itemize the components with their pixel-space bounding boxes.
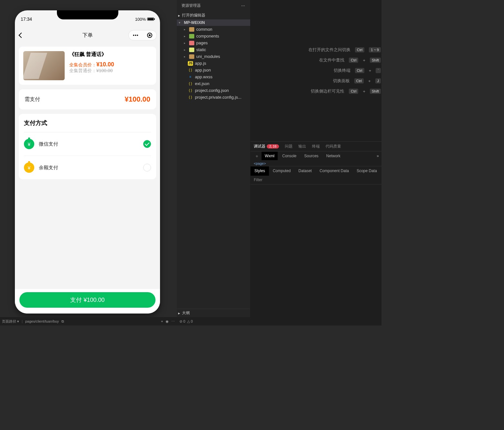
devtab-more-icon[interactable]: » (377, 154, 379, 158)
simulator-pane: 17:34 100% 下单 《狂飙 普通话》 全集会员价：¥10.00 (0, 0, 177, 325)
back-icon[interactable] (19, 33, 24, 38)
battery-icon (147, 17, 154, 21)
amount-due-value: ¥100.00 (124, 95, 150, 104)
payment-method-name: 余额支付 (39, 165, 139, 171)
bug-icon[interactable]: ⌖ (161, 319, 163, 324)
file-app-json[interactable]: { }app.json (177, 67, 250, 73)
debugger-badge: 2, 16 (267, 144, 279, 149)
explorer-panel: 资源管理器 ⋯ ▸打开的编辑器 ▾MP-WEIXIN ▸common ▸comp… (177, 0, 251, 325)
styletab-scope-data[interactable]: Scope Data (353, 166, 381, 176)
page-path-value: pages/client/tuan/buy (25, 319, 59, 323)
product-thumbnail (23, 51, 65, 80)
file-tree: ▾MP-WEIXIN ▸common ▸components ▸pages ▸s… (177, 19, 250, 101)
ide-status-bar-left: 页面路径 ▾ | pages/client/tuan/buy ⧉ ⌖ ◉ ⋯ (0, 317, 177, 325)
folder-uni-modules[interactable]: ▸uni_modules (177, 53, 250, 60)
wxml-page-tag[interactable]: <page> (251, 161, 381, 166)
product-title: 《狂飙 普通话》 (69, 51, 152, 58)
payment-method-balance[interactable]: ¥ 余额支付 (24, 156, 151, 179)
payment-method-card: 支付方式 ¥ 微信支付 ¥ 余额支付 (19, 114, 156, 179)
devtab-network[interactable]: Network (323, 152, 344, 160)
devtab-console[interactable]: Console (279, 152, 300, 160)
regular-price-label: 全集普通价： (69, 68, 96, 73)
tab-problems[interactable]: 问题 (285, 144, 293, 149)
open-editors-section[interactable]: ▸打开的编辑器 (177, 11, 250, 19)
hint-label: 切换侧边栏可见性 (311, 88, 344, 94)
file-app-wxss[interactable]: ≡app.wxss (177, 73, 250, 80)
payment-method-wechat[interactable]: ¥ 微信支付 (24, 132, 151, 156)
amount-due-label: 需支付 (25, 96, 40, 103)
file-ext-json[interactable]: { }ext.json (177, 80, 250, 87)
copy-path-icon[interactable]: ⧉ (61, 319, 64, 324)
balance-pay-icon: ¥ (24, 162, 34, 173)
ide-status-bar-mid: ⊘ 0 △ 0 (177, 317, 251, 325)
styles-tabs: Styles Computed Dataset Component Data S… (251, 166, 381, 176)
devtab-wxml[interactable]: Wxml (262, 152, 278, 160)
tab-terminal[interactable]: 终端 (312, 144, 320, 149)
status-battery-pct: 100% (135, 17, 146, 22)
warning-count[interactable]: △ 0 (187, 319, 193, 324)
page-path-dropdown[interactable]: 页面路径 ▾ (2, 319, 19, 324)
editor-area: 在打开的文件之间切换Ctrl1 ~ 9 在文件中查找Ctrl+Shift 切换终… (251, 0, 381, 325)
more-icon[interactable]: ⋯ (171, 319, 175, 324)
hint-label: 切换面板 (333, 78, 350, 84)
explorer-title: 资源管理器 (181, 3, 201, 8)
styletab-component-data[interactable]: Component Data (316, 166, 353, 176)
capsule-menu-icon[interactable] (133, 32, 139, 38)
phone-notch (57, 10, 118, 19)
app-page-body: 《狂飙 普通话》 全集会员价：¥10.00 全集普通价：¥100.00 需支付 … (15, 43, 160, 314)
styletab-computed[interactable]: Computed (269, 166, 295, 176)
payment-method-title: 支付方式 (24, 114, 151, 132)
pay-button[interactable]: 支付 ¥100.00 (19, 292, 155, 308)
devtools-tabs: ⟐ Wxml Console Sources Network » (251, 151, 381, 161)
editor-hints: 在打开的文件之间切换Ctrl1 ~ 9 在文件中查找Ctrl+Shift 切换终… (251, 0, 381, 141)
folder-static[interactable]: ▸static (177, 46, 250, 53)
capsule-close-icon[interactable] (147, 33, 152, 38)
phone-frame: 17:34 100% 下单 《狂飙 普通话》 全集会员价：¥10.00 (15, 10, 160, 314)
regular-price: ¥100.00 (96, 68, 113, 73)
error-count[interactable]: ⊘ 0 (179, 319, 185, 324)
radio-checked-icon (143, 140, 151, 148)
payment-method-name: 微信支付 (39, 141, 139, 147)
folder-pages[interactable]: ▸pages (177, 39, 250, 46)
radio-unchecked-icon (143, 164, 151, 171)
wechat-pay-icon: ¥ (24, 139, 34, 149)
app-footer: 支付 ¥100.00 (15, 289, 160, 314)
styletab-dataset[interactable]: Dataset (295, 166, 316, 176)
amount-due-card: 需支付 ¥100.00 (19, 89, 156, 109)
project-root[interactable]: ▾MP-WEIXIN (177, 19, 250, 26)
tab-debugger[interactable]: 调试器2, 16 (254, 144, 279, 149)
explorer-header: 资源管理器 ⋯ (177, 0, 250, 11)
member-price-label: 全集会员价： (69, 62, 96, 67)
hint-label: 切换终端 (334, 68, 350, 73)
wechat-capsule (128, 30, 157, 40)
folder-common[interactable]: ▸common (177, 26, 250, 33)
bottom-panel-tabs: 调试器2, 16 问题 输出 终端 代码质量 (251, 141, 381, 151)
file-app-js[interactable]: JSapp.js (177, 60, 250, 67)
styletab-styles[interactable]: Styles (251, 166, 269, 176)
app-navbar: 下单 (15, 28, 160, 43)
status-time: 17:34 (21, 17, 32, 22)
devtab-sources[interactable]: Sources (301, 152, 322, 160)
product-card: 《狂飙 普通话》 全集会员价：¥10.00 全集普通价：¥100.00 (19, 47, 156, 85)
styles-filter-input[interactable]: Filter (251, 176, 381, 184)
explorer-more-icon[interactable]: ⋯ (241, 4, 246, 8)
hint-label: 在文件中查找 (319, 57, 344, 63)
inspector-icon[interactable]: ⟐ (253, 154, 260, 158)
file-project-config[interactable]: { }project.config.json (177, 87, 250, 94)
nav-title: 下单 (82, 32, 93, 39)
outline-section[interactable]: ▸大纲 (177, 309, 250, 317)
file-project-private-config[interactable]: { }project.private.config.js... (177, 94, 250, 101)
tab-quality[interactable]: 代码质量 (326, 144, 341, 149)
tab-output[interactable]: 输出 (298, 144, 306, 149)
eye-icon[interactable]: ◉ (166, 319, 169, 324)
folder-components[interactable]: ▸components (177, 33, 250, 39)
hint-label: 在打开的文件之间切换 (308, 47, 350, 53)
styles-body (251, 184, 381, 326)
member-price: ¥10.00 (96, 61, 114, 68)
